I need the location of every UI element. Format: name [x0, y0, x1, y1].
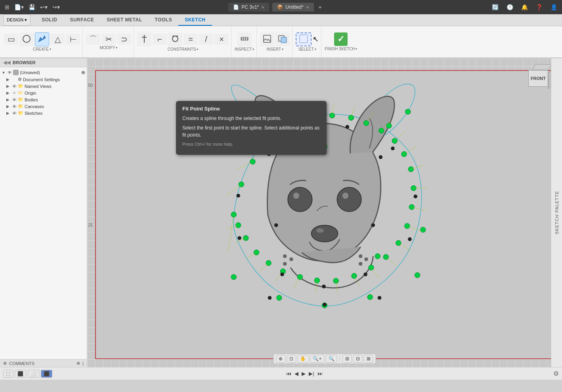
inspect-group: INSPECT ▾ [232, 26, 257, 57]
eye-icon-views[interactable]: 👁 [12, 84, 17, 89]
tree-item-bodies[interactable]: ▶ 👁 📁 Bodies [0, 96, 87, 103]
shape-tool-1[interactable]: ⬚ [3, 370, 13, 378]
finish-sketch-btn[interactable]: ✓ [334, 32, 348, 46]
rectangle-icon: ▭ [8, 35, 15, 43]
svg-point-104 [280, 272, 284, 276]
help-icon[interactable]: ❓ [534, 3, 544, 11]
eye-icon-root[interactable]: 👁 [8, 70, 12, 75]
svg-point-25 [364, 257, 368, 261]
trim-tool[interactable]: ✂ [101, 34, 116, 45]
trim-icon: ✂ [105, 35, 112, 43]
pan-control[interactable]: ⊡ [287, 355, 296, 363]
playback-start[interactable]: ⏮ [285, 370, 292, 377]
move-control[interactable]: ⊕ [276, 355, 285, 363]
fillet-tool[interactable]: ⌒ [86, 34, 100, 45]
fillet-icon: ⌒ [89, 35, 97, 43]
grid-icon[interactable]: ⊞ [3, 3, 11, 11]
symmetric-icon: × [219, 35, 224, 43]
measure-tool[interactable] [237, 32, 252, 46]
tab-tools[interactable]: TOOLS [149, 14, 179, 26]
sync-icon[interactable]: 🔄 [490, 3, 500, 11]
close-icon[interactable]: ✕ [261, 5, 264, 10]
offset-icon: ⊃ [121, 35, 128, 43]
tab-sheet-metal[interactable]: SHEET METAL [100, 14, 148, 26]
tab-untitled[interactable]: 📦 Untitled* ✕ [272, 3, 313, 11]
circle-tool[interactable] [19, 32, 34, 46]
svg-point-34 [329, 113, 335, 118]
tree-item-sketches[interactable]: ▶ 👁 📁 Sketches [0, 110, 87, 116]
expand-arrow-canvases: ▶ [6, 104, 11, 108]
playback-play[interactable]: ▶ [301, 370, 306, 377]
finish-caret: ▾ [356, 47, 357, 51]
save-btn[interactable]: 💾 [27, 3, 37, 11]
tangent-tool[interactable] [168, 32, 182, 46]
titlebar-right: 🔄 🕐 🔔 ❓ 👤 [490, 3, 559, 11]
parallel-tool[interactable]: / [199, 34, 213, 45]
perpendicular-tool[interactable]: ⌐ [153, 34, 167, 45]
insert-group: INSERT ▾ [258, 26, 292, 57]
insert-image-tool[interactable] [260, 32, 274, 46]
notification-icon[interactable]: 🔔 [520, 3, 530, 11]
tab-surface[interactable]: SURFACE [63, 14, 100, 26]
cursor-icon: ↖ [313, 35, 319, 44]
shape-tool-4[interactable]: ⬛ [41, 370, 52, 378]
redo-btn[interactable]: ↪▾ [51, 3, 61, 11]
comments-expand[interactable]: ⊕ [76, 361, 80, 366]
sketch-palette-label: SKETCH PALETTE [554, 191, 559, 234]
svg-point-67 [231, 274, 236, 280]
spline-tool[interactable] [35, 32, 49, 46]
collapse-arrows[interactable]: ◀◀ [3, 60, 10, 65]
eye-icon-bodies[interactable]: 👁 [12, 97, 17, 102]
svg-point-22 [289, 257, 293, 261]
playback-prev[interactable]: ◀ [294, 370, 299, 377]
tab-solid[interactable]: SOLID [35, 14, 63, 26]
eye-icon-origin[interactable]: 👁 [12, 91, 17, 95]
tree-item-origin[interactable]: ▶ 👁 📁 Origin [0, 89, 87, 96]
hand-control[interactable]: ✋ [297, 355, 309, 363]
file-menu-btn[interactable]: 📄▾ [13, 3, 25, 11]
zoom-in-control[interactable]: 🔍+ [310, 355, 324, 363]
offset-tool[interactable]: ⊃ [117, 34, 131, 45]
shape-tool-3[interactable]: ⬜ [28, 370, 39, 378]
eye-icon-doc[interactable]: 👁 [12, 77, 17, 82]
user-avatar[interactable]: 👤 [549, 3, 559, 11]
toolbar-area: DESIGN ▾ SOLID SURFACE SHEET METAL TOOLS… [0, 14, 562, 58]
triangle-icon: △ [55, 35, 61, 43]
tree-item-canvases[interactable]: ▶ 👁 📁 Canvases [0, 103, 87, 110]
parallel-icon: / [205, 35, 207, 43]
svg-marker-1 [38, 36, 46, 42]
tree-item-doc-settings[interactable]: ▶ 👁 ⚙ Document Settings [0, 76, 87, 83]
history-icon[interactable]: 🕐 [505, 3, 515, 11]
grid-view-control[interactable]: ⊞ [342, 355, 352, 363]
shape-tool-2[interactable]: ⬛ [15, 370, 26, 378]
playback-next[interactable]: ▶| [308, 370, 315, 377]
tree-item-named-views[interactable]: ▶ 👁 📁 Named Views [0, 83, 87, 89]
tooltip-desc2: Select the first point to start the spli… [182, 124, 320, 139]
tab-pc3v1[interactable]: 📄 PC 3v1* ✕ [228, 3, 269, 11]
triangle-tool[interactable]: △ [50, 34, 65, 45]
tree-item-root[interactable]: ▼ 👁 (Unsaved) ⊕ [0, 69, 87, 76]
visual-style-control[interactable]: ⊠ [364, 355, 373, 363]
insert-canvas-tool[interactable] [275, 32, 290, 46]
svg-point-18 [342, 193, 348, 199]
canvas-area[interactable]: Fit Point Spline Creates a spline throug… [87, 58, 562, 367]
design-dropdown[interactable]: DESIGN ▾ [3, 14, 31, 26]
line-tool[interactable]: ⊢ [66, 34, 80, 45]
close-icon-2[interactable]: ✕ [306, 5, 309, 10]
zoom-fit-control[interactable]: 🔍 [326, 355, 337, 363]
select-tool[interactable] [296, 32, 312, 46]
coincident-tool[interactable] [137, 32, 151, 46]
sketch-palette-panel[interactable]: SKETCH PALETTE [551, 58, 562, 367]
inspect-caret: ▾ [252, 48, 254, 51]
undo-btn[interactable]: ↩▾ [38, 3, 49, 11]
new-tab-btn[interactable]: + [317, 3, 323, 11]
eye-icon-sketches[interactable]: 👁 [12, 111, 17, 116]
eye-icon-canvases[interactable]: 👁 [12, 104, 17, 109]
settings-gear-btn[interactable]: ⚙ [553, 370, 559, 377]
rectangle-tool[interactable]: ▭ [4, 34, 18, 45]
symmetric-tool[interactable]: × [214, 34, 229, 45]
playback-end[interactable]: ⏭ [317, 370, 323, 377]
tab-sketch[interactable]: SKETCH [178, 14, 212, 26]
display-control[interactable]: ⊟ [353, 355, 363, 363]
equal-tool[interactable]: = [184, 34, 198, 45]
